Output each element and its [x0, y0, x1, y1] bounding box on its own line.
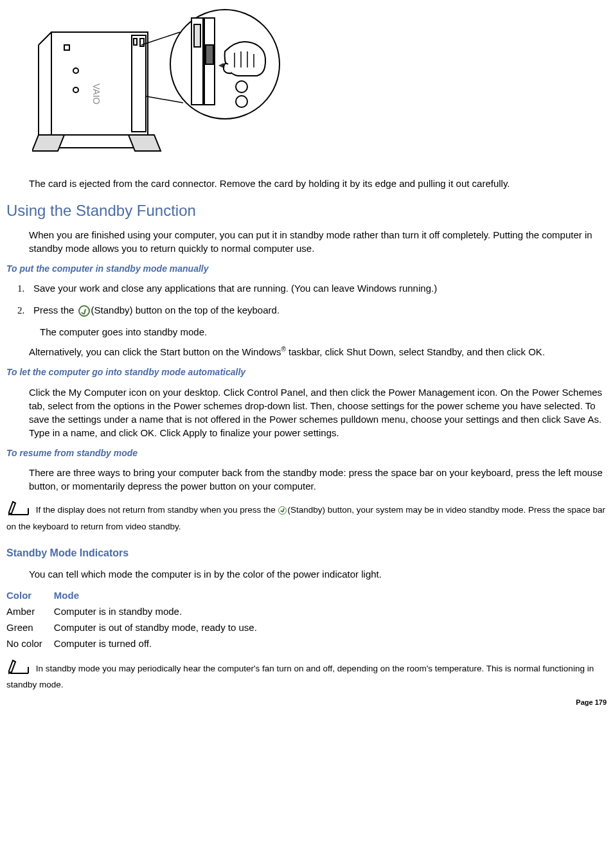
- mode-cell: Computer is turned off.: [54, 635, 269, 651]
- table-header-row: Color Mode: [6, 587, 269, 603]
- alt-suffix: taskbar, click Shut Down, select Standby…: [286, 346, 545, 357]
- pencil-note-icon: [6, 499, 32, 521]
- standby-icon: [278, 506, 287, 515]
- indicators-intro: You can tell which mode the computer is …: [29, 567, 607, 581]
- mode-cell: Computer is out of standby mode, ready t…: [54, 619, 269, 635]
- note-fan: In standby mode you may periodically hea…: [6, 658, 607, 692]
- auto-paragraph: Click the My Computer icon on your deskt…: [29, 385, 607, 439]
- registered-mark: ®: [281, 346, 285, 353]
- svg-point-22: [236, 96, 247, 107]
- resume-paragraph: There are three ways to bring your compu…: [29, 466, 607, 493]
- step-2-result: The computer goes into standby mode.: [40, 325, 607, 339]
- alternative-paragraph: Alternatively, you can click the Start b…: [29, 345, 607, 359]
- svg-rect-19: [194, 24, 200, 47]
- pencil-note-icon: [6, 658, 32, 680]
- card-eject-figure: VAIO: [32, 6, 607, 164]
- color-cell: No color: [6, 635, 54, 651]
- svg-marker-13: [129, 135, 161, 151]
- note-video-standby: If the display does not return from stan…: [6, 499, 607, 533]
- eject-paragraph: The card is ejected from the card connec…: [29, 177, 607, 190]
- step-1: Save your work and close any application…: [27, 281, 607, 296]
- table-row: No color Computer is turned off.: [6, 635, 269, 651]
- indicators-title: Standby Mode Indicators: [6, 546, 607, 560]
- note2-text: In standby mode you may periodically hea…: [6, 663, 594, 689]
- col-header-color: Color: [6, 587, 54, 603]
- svg-point-21: [236, 81, 247, 93]
- svg-line-1: [39, 32, 51, 45]
- svg-line-16: [147, 96, 183, 103]
- svg-rect-6: [134, 39, 137, 45]
- intro-paragraph: When you are finished using your compute…: [29, 228, 607, 255]
- page-number: Page 179: [6, 698, 607, 707]
- subsection-resume: To resume from standby mode: [6, 447, 607, 460]
- step-1-text: Save your work and close any application…: [33, 283, 437, 294]
- note1-prefix: If the display does not return from stan…: [33, 505, 278, 515]
- svg-rect-20: [206, 45, 213, 64]
- standby-icon: [78, 305, 90, 317]
- step-2-suffix: (Standby) button on the top of the keybo…: [91, 305, 280, 315]
- table-row: Green Computer is out of standby mode, r…: [6, 619, 269, 635]
- table-row: Amber Computer is in standby mode.: [6, 603, 269, 619]
- step-2: Press the (Standby) button on the top of…: [27, 303, 607, 317]
- step-2-prefix: Press the: [33, 305, 77, 315]
- mode-cell: Computer is in standby mode.: [54, 603, 269, 619]
- color-cell: Green: [6, 619, 54, 635]
- indicators-table: Color Mode Amber Computer is in standby …: [6, 587, 269, 651]
- col-header-mode: Mode: [54, 587, 269, 603]
- subsection-manual: To put the computer in standby mode manu…: [6, 263, 607, 276]
- svg-marker-12: [32, 135, 64, 151]
- svg-text:VAIO: VAIO: [91, 84, 102, 105]
- subsection-auto: To let the computer go into standby mode…: [6, 366, 607, 379]
- section-title-standby: Using the Standby Function: [6, 200, 607, 222]
- svg-rect-5: [132, 35, 146, 132]
- alt-prefix: Alternatively, you can click the Start b…: [29, 346, 281, 357]
- color-cell: Amber: [6, 603, 54, 619]
